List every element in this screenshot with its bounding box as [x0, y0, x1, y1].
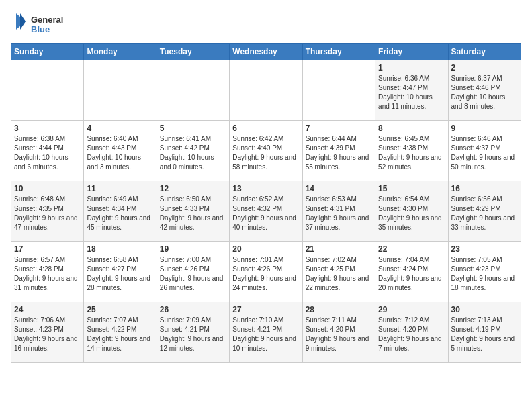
day-cell [11, 60, 84, 121]
header-cell-monday: Monday [84, 44, 157, 60]
day-cell: 3Sunrise: 6:38 AM Sunset: 4:44 PM Daylig… [11, 121, 84, 181]
svg-marker-3 [20, 13, 26, 30]
day-info: Sunrise: 6:36 AM Sunset: 4:47 PM Dayligh… [378, 74, 445, 111]
day-number: 8 [378, 124, 445, 133]
day-info: Sunrise: 6:42 AM Sunset: 4:40 PM Dayligh… [232, 134, 299, 172]
day-info: Sunrise: 7:06 AM Sunset: 4:23 PM Dayligh… [14, 316, 81, 353]
day-info: Sunrise: 7:04 AM Sunset: 4:24 PM Dayligh… [378, 255, 445, 293]
day-cell: 21Sunrise: 7:02 AM Sunset: 4:25 PM Dayli… [302, 242, 375, 302]
day-cell [302, 60, 375, 121]
calendar-body: 1Sunrise: 6:36 AM Sunset: 4:47 PM Daylig… [11, 60, 521, 363]
day-info: Sunrise: 6:46 AM Sunset: 4:37 PM Dayligh… [451, 134, 518, 172]
logo-svg: General Blue [11, 11, 64, 38]
header-cell-thursday: Thursday [302, 44, 375, 60]
day-cell: 29Sunrise: 7:12 AM Sunset: 4:20 PM Dayli… [375, 302, 448, 363]
day-number: 28 [306, 305, 372, 314]
day-cell: 28Sunrise: 7:11 AM Sunset: 4:20 PM Dayli… [302, 302, 375, 363]
day-number: 3 [14, 124, 81, 133]
day-cell: 7Sunrise: 6:44 AM Sunset: 4:39 PM Daylig… [302, 121, 375, 181]
day-info: Sunrise: 6:56 AM Sunset: 4:29 PM Dayligh… [451, 195, 518, 232]
day-number: 1 [378, 63, 445, 73]
calendar-table: SundayMondayTuesdayWednesdayThursdayFrid… [11, 43, 521, 363]
day-cell: 10Sunrise: 6:48 AM Sunset: 4:35 PM Dayli… [11, 181, 84, 242]
day-number: 19 [160, 244, 226, 254]
day-cell [84, 60, 157, 121]
day-info: Sunrise: 7:02 AM Sunset: 4:25 PM Dayligh… [306, 255, 372, 293]
day-cell: 8Sunrise: 6:45 AM Sunset: 4:38 PM Daylig… [375, 121, 448, 181]
day-number: 24 [14, 305, 81, 314]
day-number: 29 [378, 305, 445, 314]
day-number: 2 [451, 63, 518, 73]
day-info: Sunrise: 6:50 AM Sunset: 4:33 PM Dayligh… [160, 195, 226, 232]
day-cell: 23Sunrise: 7:05 AM Sunset: 4:23 PM Dayli… [448, 242, 521, 302]
day-cell: 27Sunrise: 7:10 AM Sunset: 4:21 PM Dayli… [230, 302, 302, 363]
day-cell: 13Sunrise: 6:52 AM Sunset: 4:32 PM Dayli… [230, 181, 302, 242]
week-row-2: 3Sunrise: 6:38 AM Sunset: 4:44 PM Daylig… [11, 121, 521, 181]
day-info: Sunrise: 7:11 AM Sunset: 4:20 PM Dayligh… [306, 316, 372, 353]
day-info: Sunrise: 7:01 AM Sunset: 4:26 PM Dayligh… [232, 255, 299, 293]
day-number: 11 [87, 184, 153, 193]
day-info: Sunrise: 6:38 AM Sunset: 4:44 PM Dayligh… [14, 134, 81, 172]
day-info: Sunrise: 6:54 AM Sunset: 4:30 PM Dayligh… [378, 195, 445, 232]
day-number: 16 [451, 184, 518, 193]
day-cell: 19Sunrise: 7:00 AM Sunset: 4:26 PM Dayli… [157, 242, 229, 302]
day-cell: 14Sunrise: 6:53 AM Sunset: 4:31 PM Dayli… [302, 181, 375, 242]
day-info: Sunrise: 7:07 AM Sunset: 4:22 PM Dayligh… [87, 316, 153, 353]
logo: General Blue [11, 11, 64, 38]
day-info: Sunrise: 6:41 AM Sunset: 4:42 PM Dayligh… [160, 134, 226, 172]
svg-text:Blue: Blue [31, 24, 50, 34]
day-number: 4 [87, 124, 153, 133]
day-number: 13 [232, 184, 299, 193]
day-cell: 5Sunrise: 6:41 AM Sunset: 4:42 PM Daylig… [157, 121, 229, 181]
day-number: 18 [87, 244, 153, 254]
day-cell: 25Sunrise: 7:07 AM Sunset: 4:22 PM Dayli… [84, 302, 157, 363]
day-info: Sunrise: 6:53 AM Sunset: 4:31 PM Dayligh… [306, 195, 372, 232]
day-cell: 16Sunrise: 6:56 AM Sunset: 4:29 PM Dayli… [448, 181, 521, 242]
day-number: 26 [160, 305, 226, 314]
day-info: Sunrise: 6:40 AM Sunset: 4:43 PM Dayligh… [87, 134, 153, 172]
day-info: Sunrise: 7:09 AM Sunset: 4:21 PM Dayligh… [160, 316, 226, 353]
day-info: Sunrise: 6:45 AM Sunset: 4:38 PM Dayligh… [378, 134, 445, 172]
page-header: General Blue [11, 11, 521, 38]
day-number: 5 [160, 124, 226, 133]
day-cell [230, 60, 302, 121]
week-row-3: 10Sunrise: 6:48 AM Sunset: 4:35 PM Dayli… [11, 181, 521, 242]
day-cell: 18Sunrise: 6:58 AM Sunset: 4:27 PM Dayli… [84, 242, 157, 302]
day-cell: 9Sunrise: 6:46 AM Sunset: 4:37 PM Daylig… [448, 121, 521, 181]
day-number: 7 [306, 124, 372, 133]
day-number: 17 [14, 244, 81, 254]
day-number: 12 [160, 184, 226, 193]
day-info: Sunrise: 6:48 AM Sunset: 4:35 PM Dayligh… [14, 195, 81, 232]
day-number: 27 [232, 305, 299, 314]
day-number: 10 [14, 184, 81, 193]
day-info: Sunrise: 6:58 AM Sunset: 4:27 PM Dayligh… [87, 255, 153, 293]
day-cell: 11Sunrise: 6:49 AM Sunset: 4:34 PM Dayli… [84, 181, 157, 242]
day-info: Sunrise: 6:44 AM Sunset: 4:39 PM Dayligh… [306, 134, 372, 172]
day-number: 20 [232, 244, 299, 254]
day-info: Sunrise: 7:10 AM Sunset: 4:21 PM Dayligh… [232, 316, 299, 353]
header-cell-tuesday: Tuesday [157, 44, 229, 60]
day-number: 25 [87, 305, 153, 314]
day-number: 21 [306, 244, 372, 254]
day-cell: 30Sunrise: 7:13 AM Sunset: 4:19 PM Dayli… [448, 302, 521, 363]
day-cell [157, 60, 229, 121]
day-info: Sunrise: 7:05 AM Sunset: 4:23 PM Dayligh… [451, 255, 518, 293]
week-row-4: 17Sunrise: 6:57 AM Sunset: 4:28 PM Dayli… [11, 242, 521, 302]
day-cell: 24Sunrise: 7:06 AM Sunset: 4:23 PM Dayli… [11, 302, 84, 363]
day-cell: 12Sunrise: 6:50 AM Sunset: 4:33 PM Dayli… [157, 181, 229, 242]
header-cell-sunday: Sunday [11, 44, 84, 60]
day-info: Sunrise: 7:00 AM Sunset: 4:26 PM Dayligh… [160, 255, 226, 293]
day-number: 15 [378, 184, 445, 193]
day-cell: 22Sunrise: 7:04 AM Sunset: 4:24 PM Dayli… [375, 242, 448, 302]
day-number: 14 [306, 184, 372, 193]
day-info: Sunrise: 6:57 AM Sunset: 4:28 PM Dayligh… [14, 255, 81, 293]
day-number: 22 [378, 244, 445, 254]
day-info: Sunrise: 6:49 AM Sunset: 4:34 PM Dayligh… [87, 195, 153, 232]
day-cell: 20Sunrise: 7:01 AM Sunset: 4:26 PM Dayli… [230, 242, 302, 302]
week-row-1: 1Sunrise: 6:36 AM Sunset: 4:47 PM Daylig… [11, 60, 521, 121]
day-info: Sunrise: 6:52 AM Sunset: 4:32 PM Dayligh… [232, 195, 299, 232]
day-info: Sunrise: 7:12 AM Sunset: 4:20 PM Dayligh… [378, 316, 445, 353]
day-number: 9 [451, 124, 518, 133]
header-cell-saturday: Saturday [448, 44, 521, 60]
day-number: 23 [451, 244, 518, 254]
